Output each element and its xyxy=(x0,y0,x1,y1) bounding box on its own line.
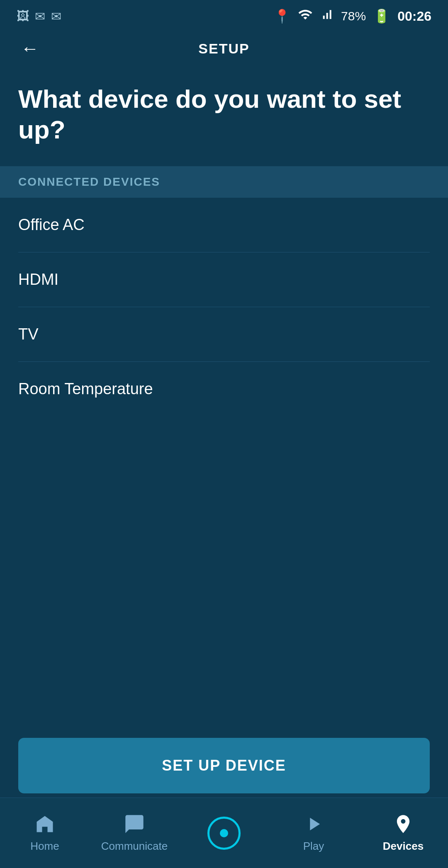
main-content: What device do you want to set up? xyxy=(0,67,448,145)
connected-devices-section-header: CONNECTED DEVICES xyxy=(0,166,448,198)
device-item-office-ac[interactable]: Office AC xyxy=(18,198,430,252)
time: 00:26 xyxy=(397,9,431,24)
page-title: What device do you want to set up? xyxy=(18,84,430,145)
section-header-text: CONNECTED DEVICES xyxy=(18,175,160,188)
back-arrow-icon: ← xyxy=(21,38,39,58)
nav-label-home: Home xyxy=(30,840,59,853)
device-item-hdmi[interactable]: HDMI xyxy=(18,252,430,307)
alexa-circle-icon xyxy=(207,817,241,850)
bottom-navigation: Home Communicate Play Devices xyxy=(0,798,448,868)
status-bar: 🖼 ✉ ✉ 📍 78% 🔋 00:26 xyxy=(0,0,448,30)
gmail-icon-1: ✉ xyxy=(35,9,45,24)
setup-device-button[interactable]: SET UP DEVICE xyxy=(18,738,430,793)
device-name-tv: TV xyxy=(18,325,39,343)
status-bar-left: 🖼 ✉ ✉ xyxy=(17,9,61,24)
location-icon: 📍 xyxy=(274,8,290,24)
nav-item-alexa[interactable] xyxy=(179,812,269,854)
device-item-room-temperature[interactable]: Room Temperature xyxy=(18,362,430,416)
battery-icon: 🔋 xyxy=(373,8,390,24)
communicate-icon xyxy=(124,813,145,835)
nav-item-communicate[interactable]: Communicate xyxy=(90,809,179,857)
image-icon: 🖼 xyxy=(17,9,29,23)
back-button[interactable]: ← xyxy=(17,35,43,62)
battery-text: 78% xyxy=(341,9,366,23)
nav-label-play: Play xyxy=(303,840,324,853)
setup-button-container: SET UP DEVICE xyxy=(18,738,430,793)
nav-item-home[interactable]: Home xyxy=(0,809,90,857)
gmail-icon-2: ✉ xyxy=(51,9,61,24)
nav-label-devices: Devices xyxy=(383,840,424,853)
device-name-office-ac: Office AC xyxy=(18,216,85,233)
wifi-icon xyxy=(298,7,313,25)
device-item-tv[interactable]: TV xyxy=(18,307,430,362)
nav-label-communicate: Communicate xyxy=(101,840,168,853)
header: ← SETUP xyxy=(0,30,448,67)
device-name-hdmi: HDMI xyxy=(18,271,58,288)
home-icon xyxy=(34,813,56,835)
header-title: SETUP xyxy=(198,41,249,57)
nav-item-devices[interactable]: Devices xyxy=(358,809,448,857)
device-list: Office AC HDMI TV Room Temperature xyxy=(0,198,448,416)
alexa-inner-dot xyxy=(220,829,228,837)
nav-item-play[interactable]: Play xyxy=(269,809,358,857)
signal-icon xyxy=(320,8,334,24)
play-icon xyxy=(303,813,324,835)
status-bar-right: 📍 78% 🔋 00:26 xyxy=(274,7,431,25)
device-name-room-temperature: Room Temperature xyxy=(18,380,153,398)
devices-icon xyxy=(392,813,414,835)
